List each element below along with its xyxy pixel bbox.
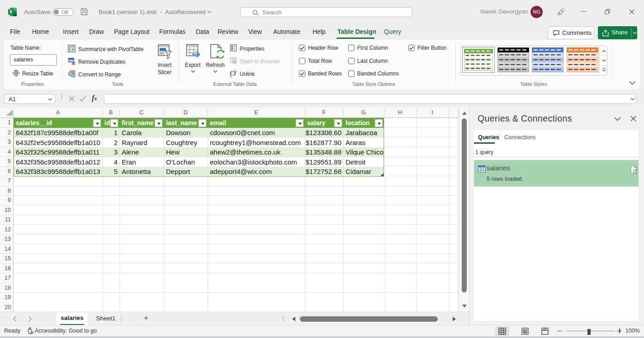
svg-text:X: X: [9, 9, 13, 14]
